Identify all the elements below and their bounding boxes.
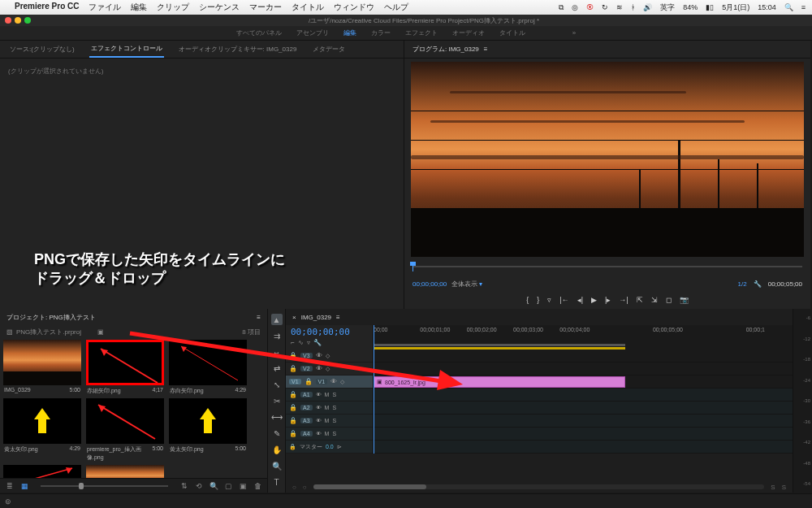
- zoom-tool-icon[interactable]: 🔍: [271, 460, 283, 471]
- export-frame-icon[interactable]: ◻: [666, 296, 672, 304]
- date-label[interactable]: 5月1(日): [722, 2, 749, 13]
- bin-item[interactable]: [86, 465, 164, 478]
- ws-audio[interactable]: オーディオ: [452, 28, 485, 37]
- program-timecode[interactable]: 00;00;00;00: [412, 280, 447, 288]
- close-icon[interactable]: [5, 17, 11, 24]
- track-head-a4[interactable]: 🔒A4👁MS: [286, 428, 373, 441]
- mark-in-icon[interactable]: {: [526, 296, 529, 304]
- vol-icon[interactable]: 🔊: [643, 3, 652, 11]
- menu-marker[interactable]: マーカー: [249, 2, 282, 13]
- timeline-tracks[interactable]: ▣ 800_1625_lr.jpg: [374, 350, 793, 454]
- menu-title[interactable]: タイトル: [292, 2, 324, 13]
- wrench-icon[interactable]: 🔧: [754, 280, 762, 288]
- tab-source[interactable]: ソース:(クリップなし): [8, 41, 76, 57]
- project-title[interactable]: プロジェクト: PNG挿入テスト: [6, 313, 96, 322]
- bin-item[interactable]: 黄太矢印.png4:29: [3, 398, 81, 462]
- tab-effect-controls[interactable]: エフェクトコントロール: [89, 41, 164, 58]
- settings-icon[interactable]: 🔧: [313, 339, 322, 346]
- bin-item[interactable]: 赤白矢印.png4:29: [169, 340, 247, 395]
- tab-metadata[interactable]: メタデータ: [311, 41, 347, 57]
- goto-in-icon[interactable]: |←: [559, 296, 568, 304]
- spotlight-icon[interactable]: 🔍: [784, 3, 793, 11]
- dropbox-icon[interactable]: ⧉: [559, 3, 564, 12]
- track-head-a1[interactable]: 🔒A1👁MS: [286, 389, 373, 402]
- track-head-v2[interactable]: 🔒V2👁◇: [286, 363, 373, 376]
- ws-edit[interactable]: 編集: [343, 28, 356, 37]
- new-item-icon[interactable]: ▣: [238, 481, 248, 491]
- ws-effects[interactable]: エフェクト: [405, 28, 438, 37]
- program-monitor[interactable]: [411, 62, 804, 257]
- timeline-clip[interactable]: ▣ 800_1625_lr.jpg: [374, 376, 625, 388]
- menu-help[interactable]: ヘルプ: [384, 2, 408, 13]
- bin-item[interactable]: 赤細矢印.png4;17: [86, 340, 164, 395]
- list-view-icon[interactable]: ≣: [5, 481, 15, 491]
- play-icon[interactable]: ▶: [591, 296, 597, 304]
- bin-item[interactable]: IMG_03295:00: [3, 340, 81, 395]
- wifi-icon[interactable]: ≋: [616, 3, 623, 11]
- marker-add-icon[interactable]: ▿: [307, 339, 310, 346]
- new-bin-icon[interactable]: ▢: [223, 481, 233, 491]
- cc-icon[interactable]: ⊚: [5, 497, 11, 506]
- record-icon[interactable]: ⦿: [586, 3, 594, 11]
- notif-icon[interactable]: ≡: [801, 3, 806, 11]
- tab-audio-mixer[interactable]: オーディオクリップミキサー: IMG_0329: [177, 41, 299, 57]
- menu-file[interactable]: ファイル: [89, 2, 121, 13]
- bin-item[interactable]: premiere_pro_挿入画像.png5:00: [86, 398, 164, 462]
- cloud-icon[interactable]: ◎: [572, 3, 578, 11]
- mark-out-icon[interactable]: }: [537, 296, 539, 304]
- automate-icon[interactable]: ⟲: [194, 481, 204, 491]
- track-select-tool-icon[interactable]: ⇉: [271, 330, 283, 341]
- program-scale[interactable]: 全体表示: [451, 280, 477, 289]
- razor-tool-icon[interactable]: ✂: [271, 395, 283, 406]
- track-head-v1[interactable]: V1🔒V1👁◇: [286, 376, 373, 389]
- track-head-master[interactable]: 🔒マスター0.0⊳: [286, 441, 373, 454]
- sync-icon[interactable]: ↻: [602, 3, 608, 11]
- timeline-zoom-scrollbar[interactable]: [313, 484, 765, 489]
- folder-icon[interactable]: ▣: [97, 328, 104, 336]
- trash-icon[interactable]: 🗑: [253, 481, 262, 491]
- track-head-v3[interactable]: 🔒V3👁◇: [286, 350, 373, 363]
- time-label[interactable]: 15:04: [758, 3, 776, 11]
- bin-item[interactable]: [3, 465, 81, 478]
- menu-sequence[interactable]: シーケンス: [199, 2, 240, 13]
- thumb-size-slider[interactable]: [41, 485, 168, 487]
- ws-overflow-icon[interactable]: »: [572, 29, 576, 37]
- ws-assembly[interactable]: アセンブリ: [296, 28, 329, 37]
- ripple-tool-icon[interactable]: ↔: [271, 346, 283, 358]
- bin-icon[interactable]: ▧: [6, 328, 13, 336]
- marker-icon[interactable]: ▿: [547, 296, 551, 304]
- app-name[interactable]: Premiere Pro CC: [15, 2, 79, 13]
- timeline-timecode[interactable]: 00;00;00;00: [291, 327, 368, 337]
- program-menu-icon[interactable]: ≡: [484, 46, 488, 53]
- ime-label[interactable]: 英字: [660, 2, 675, 13]
- hand-tool-icon[interactable]: ✋: [271, 444, 283, 455]
- track-head-a3[interactable]: 🔒A3👁MS: [286, 415, 373, 428]
- ws-color[interactable]: カラー: [371, 28, 391, 37]
- find-icon[interactable]: 🔍: [209, 481, 218, 491]
- battery-icon[interactable]: ▮▯: [706, 3, 714, 11]
- time-ruler[interactable]: 00;0000;00;01;0000;00;02;0000;00;03;0000…: [374, 325, 793, 350]
- rolling-tool-icon[interactable]: ⇄: [271, 363, 283, 374]
- snap-icon[interactable]: ⌐: [291, 339, 295, 346]
- bt-icon[interactable]: ᚼ: [631, 3, 635, 11]
- step-fwd-icon[interactable]: |▸: [605, 296, 611, 304]
- menu-clip[interactable]: クリップ: [157, 2, 189, 13]
- rate-tool-icon[interactable]: ⤡: [271, 379, 283, 390]
- bin-item[interactable]: 黄太矢印.png5:00: [169, 398, 247, 462]
- minimize-icon[interactable]: [15, 17, 21, 24]
- slip-tool-icon[interactable]: ⟷: [271, 411, 283, 423]
- extract-icon[interactable]: ⇲: [651, 296, 658, 304]
- type-tool-icon[interactable]: T: [271, 476, 283, 488]
- link-icon[interactable]: ∿: [298, 339, 304, 346]
- program-scrubber[interactable]: [412, 260, 802, 273]
- menu-window[interactable]: ウィンドウ: [334, 2, 374, 13]
- lift-icon[interactable]: ⇱: [637, 296, 643, 304]
- zoom-icon[interactable]: [24, 17, 31, 24]
- sort-icon[interactable]: ⇅: [179, 481, 189, 491]
- program-title[interactable]: プログラム: IMG_0329: [412, 45, 479, 54]
- goto-out-icon[interactable]: →|: [619, 296, 628, 304]
- track-head-a2[interactable]: 🔒A2👁MS: [286, 402, 373, 415]
- ws-all[interactable]: すべてのパネル: [236, 28, 282, 37]
- sequence-name[interactable]: IMG_0329: [301, 314, 331, 321]
- icon-view-icon[interactable]: ▦: [19, 481, 29, 491]
